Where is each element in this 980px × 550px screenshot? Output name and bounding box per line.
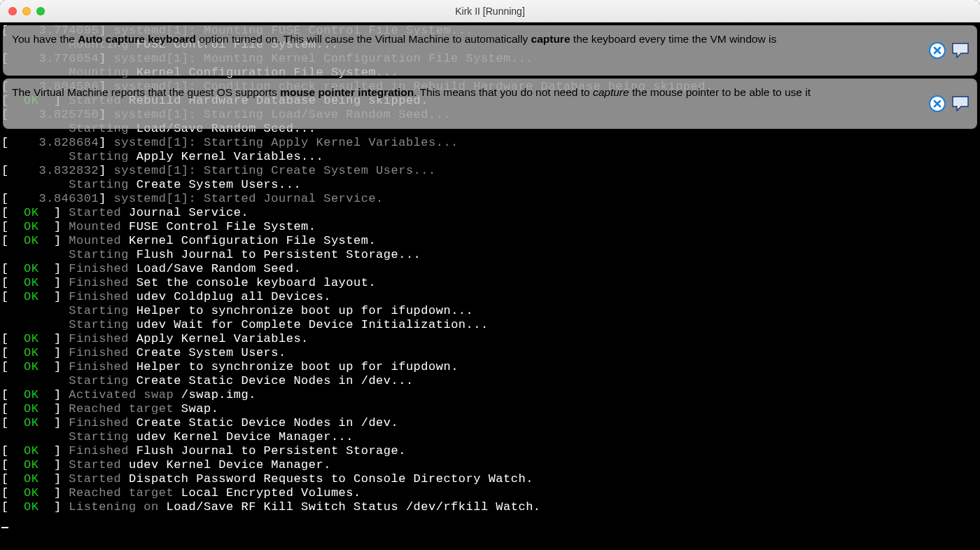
vm-display[interactable]: [ 3.774095] systemd[1]: Mounting FUSE Co…	[0, 22, 980, 550]
console-line: [ OK ] Mounted FUSE Control File System.	[1, 220, 979, 234]
notification-text: You have the Auto capture keyboard optio…	[12, 33, 776, 45]
close-icon	[933, 46, 941, 55]
console-line: Starting udev Kernel Device Manager...	[1, 430, 979, 444]
notification-close-button[interactable]	[929, 95, 946, 112]
console-line: [ OK ] Finished Create System Users.	[1, 346, 979, 360]
console-line: [ OK ] Reached target Swap.	[1, 402, 979, 416]
speech-bubble-icon[interactable]	[951, 43, 969, 58]
notification-text: The Virtual Machine reports that the gue…	[12, 86, 811, 98]
titlebar[interactable]: Kirk II [Running]	[0, 0, 980, 22]
console-line: [ 3.832832] systemd[1]: Starting Create …	[1, 164, 979, 178]
console-line: [ OK ] Started udev Kernel Device Manage…	[1, 458, 979, 472]
window-zoom-button[interactable]	[36, 7, 45, 15]
vm-window: Kirk II [Running] [ 3.774095] systemd[1]…	[0, 0, 980, 550]
console-line: [ OK ] Listening on Load/Save RF Kill Sw…	[1, 500, 979, 514]
console-line: [ OK ] Activated swap /swap.img.	[1, 388, 979, 402]
cursor-line	[1, 514, 979, 528]
traffic-lights	[8, 7, 45, 15]
window-title: Kirk II [Running]	[0, 6, 980, 17]
console-line: Starting Apply Kernel Variables...	[1, 150, 979, 164]
notification-actions	[929, 95, 969, 112]
close-icon	[933, 99, 941, 108]
console-line: Starting Create System Users...	[1, 178, 979, 192]
console-line: Starting Helper to synchronize boot up f…	[1, 304, 979, 318]
console-line: [ OK ] Finished Create Static Device Nod…	[1, 416, 979, 430]
console-line: Starting udev Wait for Complete Device I…	[1, 318, 979, 332]
window-close-button[interactable]	[8, 7, 17, 15]
console-line: [ OK ] Reached target Local Encrypted Vo…	[1, 486, 979, 500]
console-line: [ OK ] Mounted Kernel Configuration File…	[1, 234, 979, 248]
window-minimize-button[interactable]	[22, 7, 31, 15]
console-line: [ OK ] Finished Flush Journal to Persist…	[1, 444, 979, 458]
notification-keyboard-capture: You have the Auto capture keyboard optio…	[3, 25, 977, 76]
console-line: [ OK ] Finished Load/Save Random Seed.	[1, 262, 979, 276]
notification-mouse-integration: The Virtual Machine reports that the gue…	[3, 78, 977, 129]
console-line: [ OK ] Finished Set the console keyboard…	[1, 276, 979, 290]
console-line: [ OK ] Started Journal Service.	[1, 206, 979, 220]
console-line: [ OK ] Started Dispatch Password Request…	[1, 472, 979, 486]
console-line: [ OK ] Finished Helper to synchronize bo…	[1, 360, 979, 374]
console-line: [ OK ] Finished udev Coldplug all Device…	[1, 290, 979, 304]
console-line: Starting Create Static Device Nodes in /…	[1, 374, 979, 388]
console-line: [ 3.828684] systemd[1]: Starting Apply K…	[1, 136, 979, 150]
text-cursor	[1, 527, 8, 528]
speech-bubble-icon[interactable]	[951, 96, 969, 111]
notification-actions	[929, 42, 969, 59]
notification-close-button[interactable]	[929, 42, 946, 59]
console-line: Starting Flush Journal to Persistent Sto…	[1, 248, 979, 262]
console-line: [ OK ] Finished Apply Kernel Variables.	[1, 332, 979, 346]
console-line: [ 3.846301] systemd[1]: Started Journal …	[1, 192, 979, 206]
